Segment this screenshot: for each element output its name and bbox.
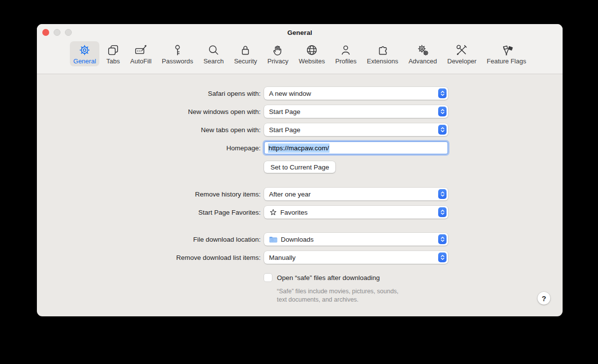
toolbar-item-label: General (73, 57, 96, 65)
safari-opens-with-select[interactable]: A new window (264, 87, 448, 100)
row-new-tabs-open-with: New tabs open with: Start Page (37, 123, 563, 136)
toolbar-item-feature-flags[interactable]: Feature Flags (483, 41, 530, 66)
row-file-download-location: File download location: Downloads (37, 233, 563, 246)
toolbar-item-extensions[interactable]: Extensions (363, 41, 402, 66)
new-tabs-open-with-select[interactable]: Start Page (264, 123, 448, 136)
toolbar-item-label: Advanced (409, 57, 437, 65)
row-homepage: Homepage: https://macpaw.com/ (37, 141, 563, 154)
stepper-icon (438, 125, 447, 135)
toolbar-item-developer[interactable]: Developer (444, 41, 480, 66)
field-label: Homepage: (37, 144, 261, 152)
homepage-value: https://macpaw.com/ (268, 143, 329, 153)
select-value: Manually (269, 254, 296, 261)
hand-icon (271, 43, 284, 57)
select-value: After one year (269, 191, 311, 198)
help-button[interactable]: ? (538, 292, 550, 305)
stepper-icon (438, 252, 447, 262)
general-pane: Safari opens with: A new window New wind… (37, 74, 563, 316)
field-label: Start Page Favorites: (37, 209, 261, 216)
start-page-favorites-select[interactable]: Favorites (264, 206, 448, 219)
toolbar-item-label: Feature Flags (487, 57, 526, 65)
note-line: text documents, and archives. (277, 296, 563, 304)
folder-icon (269, 236, 278, 243)
field-label: New windows open with: (37, 108, 261, 115)
open-safe-files-checkbox[interactable] (264, 274, 272, 281)
toolbar-item-tabs[interactable]: Tabs (103, 41, 123, 66)
toolbar-item-advanced[interactable]: Advanced (405, 41, 441, 66)
toolbar-item-profiles[interactable]: Profiles (332, 41, 360, 66)
select-value: Favorites (280, 209, 308, 216)
person-icon (339, 43, 352, 57)
select-value: Start Page (269, 108, 300, 115)
settings-toolbar: General Tabs AutoFill Passwords (37, 41, 563, 66)
flags-icon (500, 43, 513, 57)
row-start-page-favorites: Start Page Favorites: Favorites (37, 206, 563, 219)
toolbar-item-security[interactable]: Security (231, 41, 261, 66)
toolbar-item-label: AutoFill (130, 57, 151, 65)
tools-icon (455, 43, 468, 57)
toolbar-item-passwords[interactable]: Passwords (158, 41, 197, 66)
remove-history-items-select[interactable]: After one year (264, 188, 448, 200)
field-label: File download location: (37, 236, 261, 243)
lock-icon (239, 43, 252, 57)
key-icon (171, 43, 184, 57)
toolbar-item-autofill[interactable]: AutoFill (127, 41, 155, 66)
toolbar-item-websites[interactable]: Websites (295, 41, 328, 66)
stepper-icon (438, 88, 447, 98)
stepper-icon (438, 207, 447, 217)
toolbar-item-label: Extensions (367, 57, 398, 65)
toolbar-item-label: Developer (448, 57, 477, 65)
toolbar-item-label: Profiles (335, 57, 357, 65)
safe-files-note: “Safe” files include movies, pictures, s… (277, 287, 563, 304)
set-to-current-page-button[interactable]: Set to Current Page (264, 161, 335, 173)
select-value: A new window (269, 90, 311, 97)
select-value: Downloads (281, 236, 314, 243)
toolbar-item-label: Passwords (162, 57, 193, 65)
remove-download-list-items-select[interactable]: Manually (264, 251, 448, 264)
globe-icon (305, 43, 318, 57)
tabs-icon (107, 43, 120, 57)
row-remove-history-items: Remove history items: After one year (37, 188, 563, 200)
homepage-input[interactable]: https://macpaw.com/ (264, 141, 448, 154)
star-icon (269, 208, 277, 217)
row-new-windows-open-with: New windows open with: Start Page (37, 105, 563, 118)
stepper-icon (438, 234, 447, 244)
toolbar-item-label: Search (204, 57, 224, 65)
row-remove-download-list-items: Remove download list items: Manually (37, 251, 563, 264)
toolbar-item-privacy[interactable]: Privacy (264, 41, 292, 66)
gear-icon (78, 43, 91, 57)
search-icon (207, 43, 220, 57)
field-label: Remove download list items: (37, 254, 261, 261)
toolbar-item-label: Security (234, 57, 257, 65)
file-download-location-select[interactable]: Downloads (264, 233, 448, 246)
field-label: Remove history items: (37, 191, 261, 198)
toolbar-item-label: Websites (299, 57, 325, 65)
new-windows-open-with-select[interactable]: Start Page (264, 105, 448, 118)
safari-settings-window: General General Tabs AutoFill (37, 24, 563, 316)
field-label: Safari opens with: (37, 90, 261, 97)
stepper-icon (438, 107, 447, 116)
autofill-icon (134, 43, 147, 57)
row-open-safe-files: Open “safe” files after downloading (264, 273, 563, 282)
checkbox-label: Open “safe” files after downloading (277, 274, 380, 281)
gears-icon (417, 43, 429, 57)
select-value: Start Page (269, 126, 300, 134)
puzzle-icon (376, 43, 389, 57)
field-label: New tabs open with: (37, 126, 261, 134)
note-line: “Safe” files include movies, pictures, s… (277, 287, 563, 296)
toolbar-item-label: Privacy (268, 57, 289, 65)
toolbar-item-search[interactable]: Search (200, 41, 227, 66)
toolbar-item-label: Tabs (106, 57, 120, 65)
window-header: General General Tabs AutoFill (37, 24, 563, 74)
row-safari-opens-with: Safari opens with: A new window (37, 87, 563, 100)
stepper-icon (438, 189, 447, 199)
window-title: General (37, 29, 563, 36)
toolbar-item-general[interactable]: General (70, 41, 99, 66)
